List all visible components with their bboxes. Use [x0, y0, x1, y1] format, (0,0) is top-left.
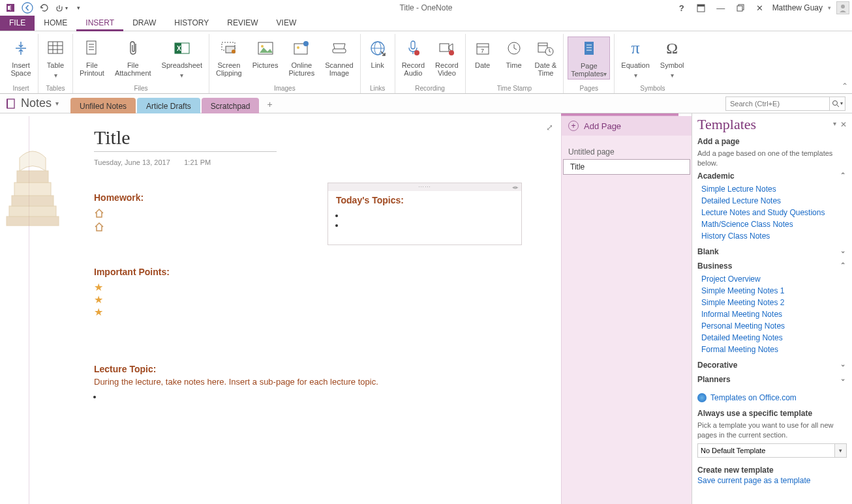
tab-home[interactable]: HOME — [35, 15, 76, 31]
cat-blank[interactable]: Blank⌄ — [697, 245, 847, 259]
lecture-bullets[interactable] — [103, 392, 511, 402]
close-icon[interactable]: ✕ — [753, 1, 767, 15]
template-link[interactable]: Simple Meeting Notes 1 — [701, 285, 847, 297]
important-points-heading[interactable]: Important Points: — [94, 267, 511, 277]
ribbon-collapse-icon[interactable]: ⌃ — [842, 82, 848, 91]
cat-business[interactable]: Business⌃ — [697, 259, 847, 273]
date-button[interactable]: 7Date — [470, 37, 496, 70]
page-title[interactable]: Title — [94, 126, 511, 149]
online-pictures-icon — [291, 38, 312, 59]
screen-clipping-button[interactable]: Screen Clipping — [213, 37, 245, 78]
datetime-button[interactable]: Date & Time — [532, 37, 560, 78]
save-template-link[interactable]: Save current page as a template — [697, 475, 847, 486]
record-video-button[interactable]: Record Video — [433, 37, 461, 78]
minimize-icon[interactable]: — — [714, 1, 728, 15]
template-link[interactable]: Lecture Notes and Study Questions — [701, 207, 847, 218]
template-link[interactable]: Detailed Meeting Notes — [701, 332, 847, 344]
search-input[interactable] — [725, 96, 830, 111]
container-handle[interactable]: ⋯⋯ ◂▸ — [328, 183, 521, 191]
time-button[interactable]: Time — [501, 37, 527, 70]
important-points-items[interactable]: ★ ★ ★ — [94, 281, 511, 318]
select-dropdown-arrow[interactable]: ▾ — [835, 443, 847, 458]
section-tab-drafts[interactable]: Article Drafts — [137, 98, 200, 113]
add-page-button[interactable]: + Add Page — [562, 116, 692, 136]
notebook-picker[interactable]: Notes ▾ — [0, 96, 64, 110]
spreadsheet-button[interactable]: XSpreadsheet▾ — [159, 37, 205, 80]
back-icon[interactable] — [20, 1, 35, 15]
equation-button[interactable]: πEquation▾ — [618, 37, 652, 80]
svg-rect-45 — [585, 42, 594, 55]
link-button[interactable]: Link — [365, 37, 391, 70]
tab-history[interactable]: HISTORY — [165, 15, 218, 31]
pictures-button[interactable]: Pictures — [250, 37, 281, 70]
cat-academic[interactable]: Academic⌃ — [697, 169, 847, 183]
template-link[interactable]: Math/Science Class Notes — [701, 218, 847, 230]
chevron-up-icon: ⌃ — [840, 171, 845, 181]
group-links-label: Links — [370, 83, 385, 93]
star-icon: ★ — [94, 293, 511, 306]
topics-bullets[interactable] — [345, 211, 513, 230]
search-scope-button[interactable]: ▾ — [830, 96, 845, 111]
template-link[interactable]: History Class Notes — [701, 230, 847, 242]
svg-rect-55 — [12, 196, 53, 206]
add-page-subtext: Add a page based on one of the templates… — [697, 149, 847, 169]
template-link[interactable]: Project Overview — [701, 273, 847, 285]
templates-office-link[interactable]: Templates on Office.com — [697, 393, 847, 402]
file-printout-button[interactable]: File Printout — [77, 37, 107, 78]
chevron-down-icon: ⌄ — [840, 247, 845, 256]
template-link[interactable]: Simple Meeting Notes 2 — [701, 297, 847, 308]
undo-icon[interactable] — [37, 1, 52, 15]
section-tab-unfiled[interactable]: Unfiled Notes — [70, 98, 136, 113]
section-tab-scratchpad[interactable]: Scratchpad — [202, 98, 260, 113]
avatar[interactable] — [836, 1, 849, 14]
note-container[interactable]: ⋯⋯ ◂▸ Today's Topics: — [327, 183, 522, 245]
page-templates-button[interactable]: Page Templates▾ — [568, 37, 610, 80]
app-icon[interactable] — [3, 1, 18, 15]
clock-icon — [504, 38, 525, 59]
record-audio-button[interactable]: Record Audio — [399, 37, 427, 78]
default-template-select[interactable] — [697, 443, 835, 458]
template-link[interactable]: Simple Lecture Notes — [701, 183, 847, 195]
file-attachment-button[interactable]: File Attachment — [112, 37, 154, 78]
note-canvas[interactable]: ⤢ Title Tuesday, June 13, 2017 1:21 PM H… — [0, 113, 561, 504]
ribbon-display-options-icon[interactable] — [694, 1, 708, 15]
title-underline — [94, 151, 277, 152]
scanned-image-button[interactable]: Scanned Image — [322, 37, 356, 78]
lecture-topic-body[interactable]: During the lecture, take notes here. Ins… — [94, 377, 511, 387]
svg-line-52 — [837, 105, 839, 107]
template-link[interactable]: Personal Meeting Notes — [701, 320, 847, 332]
template-link[interactable]: Detailed Lecture Notes — [701, 195, 847, 207]
add-section-button[interactable]: + — [260, 95, 279, 113]
qat-customize-icon[interactable]: ▾ — [70, 1, 86, 15]
todays-topics-heading[interactable]: Today's Topics: — [336, 195, 513, 205]
table-button[interactable]: Table▾ — [42, 37, 68, 80]
template-link[interactable]: Formal Meeting Notes — [701, 344, 847, 355]
fullscreen-icon[interactable]: ⤢ — [546, 123, 553, 132]
tab-draw[interactable]: DRAW — [123, 15, 165, 31]
panel-options-icon[interactable]: ▾ — [833, 120, 836, 129]
svg-point-3 — [22, 3, 33, 13]
cat-decorative[interactable]: Decorative⌄ — [697, 358, 847, 372]
insert-space-button[interactable]: Insert Space — [8, 37, 34, 78]
touch-mode-icon[interactable]: ▾ — [53, 1, 69, 15]
notebook-name: Notes — [21, 96, 52, 110]
symbol-button[interactable]: ΩSymbol▾ — [658, 37, 687, 80]
tab-view[interactable]: VIEW — [267, 15, 306, 31]
svg-rect-53 — [7, 216, 59, 226]
tab-file[interactable]: FILE — [0, 15, 35, 31]
svg-rect-54 — [9, 206, 56, 216]
help-icon[interactable]: ? — [675, 1, 689, 15]
svg-rect-29 — [333, 49, 346, 53]
template-link[interactable]: Informal Meeting Notes — [701, 308, 847, 320]
restore-icon[interactable] — [733, 1, 748, 15]
panel-close-icon[interactable]: ✕ — [840, 120, 847, 129]
user-name[interactable]: Matthew Guay — [772, 3, 823, 12]
page-body: Title Tuesday, June 13, 2017 1:21 PM Hom… — [94, 126, 511, 402]
page-item-title[interactable]: Title — [563, 159, 690, 175]
online-pictures-button[interactable]: Online Pictures — [286, 37, 317, 78]
tab-insert[interactable]: INSERT — [76, 16, 123, 31]
lecture-topic-heading[interactable]: Lecture Topic: — [94, 364, 511, 374]
page-item-untitled[interactable]: Untitled page — [562, 145, 692, 159]
tab-review[interactable]: REVIEW — [218, 15, 267, 31]
cat-planners[interactable]: Planners⌄ — [697, 372, 847, 387]
